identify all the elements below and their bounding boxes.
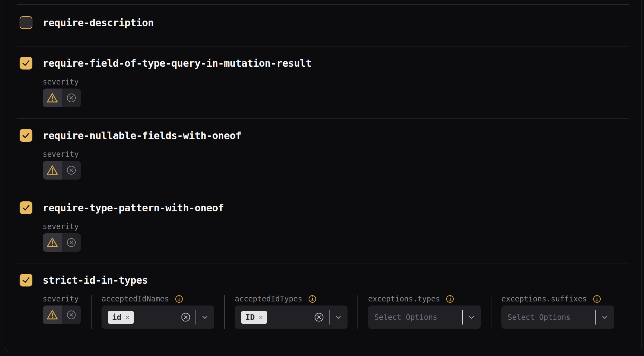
selected-tag-chip: ID✕ (241, 311, 267, 324)
severity-ignore-button[interactable] (62, 233, 81, 252)
chevron-down-icon (201, 314, 209, 321)
field-label: exceptions.suffixes (501, 295, 587, 303)
info-icon-glyph: i (449, 297, 452, 301)
select-separator (595, 310, 596, 325)
rule-checkbox[interactable] (20, 274, 32, 286)
info-icon[interactable]: i (309, 295, 316, 303)
field-group: exceptions.suffixesiSelect Options (501, 295, 614, 329)
rule-checkbox[interactable] (20, 201, 32, 214)
warning-triangle-icon (46, 165, 58, 176)
config-row: severityacceptedIdNamesiid✕acceptedIdTyp… (43, 295, 629, 329)
severity-ignore-button[interactable] (62, 89, 81, 107)
field-label-row: exceptions.typesi (368, 295, 481, 303)
clear-all-icon (314, 312, 324, 322)
multiselect-control[interactable]: ID✕ (235, 305, 348, 329)
rule-title: require-type-pattern-with-oneof (43, 202, 224, 214)
severity-group: severity (43, 295, 81, 324)
dropdown-toggle-button[interactable] (601, 314, 608, 321)
severity-ignore-button[interactable] (62, 161, 81, 180)
severity-toggle (43, 233, 81, 252)
circle-x-icon (66, 93, 76, 103)
info-icon[interactable]: i (593, 295, 601, 303)
multiselect-placeholder: Select Options (374, 313, 437, 322)
warning-triangle-icon (46, 310, 58, 320)
info-icon-glyph: i (178, 297, 180, 301)
clear-all-icon (181, 312, 191, 322)
tag-label: id (112, 313, 121, 321)
rule-row: require-description (17, 4, 629, 46)
row-spacer (17, 0, 629, 4)
severity-toggle (43, 305, 81, 324)
clear-all-button[interactable] (181, 312, 191, 322)
info-icon-glyph: i (595, 297, 598, 301)
circle-x-icon (66, 310, 76, 320)
rules-list: require-descriptionrequire-field-of-type… (5, 0, 641, 351)
severity-warning-button[interactable] (43, 89, 62, 107)
rule-checkbox[interactable] (20, 129, 32, 142)
rule-checkbox[interactable] (20, 16, 32, 29)
severity-group: severity (43, 78, 81, 107)
chevron-down-icon (334, 314, 342, 321)
severity-warning-button[interactable] (43, 233, 62, 252)
severity-toggle (43, 89, 81, 107)
select-separator (329, 310, 329, 325)
severity-label: severity (43, 295, 79, 303)
rule-title: require-nullable-fields-with-oneof (43, 130, 241, 142)
severity-label: severity (43, 223, 79, 231)
rule-header: require-type-pattern-with-oneof (20, 201, 629, 214)
severity-label: severity (43, 78, 79, 86)
group-divider (224, 295, 225, 329)
dropdown-toggle-button[interactable] (334, 314, 342, 321)
field-label: acceptedIdNames (102, 295, 169, 303)
warning-triangle-icon (46, 93, 58, 103)
info-icon[interactable]: i (175, 295, 183, 303)
group-divider (491, 295, 491, 329)
config-row: severity (43, 223, 629, 252)
field-label-row: acceptedIdTypesi (235, 295, 348, 303)
select-separator (462, 310, 463, 325)
severity-toggle (43, 161, 81, 180)
field-label: exceptions.types (368, 295, 440, 303)
tag-remove-icon[interactable]: ✕ (125, 314, 130, 321)
field-group: acceptedIdNamesiid✕ (102, 295, 214, 329)
rule-config: severity (43, 150, 629, 180)
dropdown-toggle-button[interactable] (201, 314, 209, 321)
multiselect-placeholder: Select Options (508, 313, 571, 322)
tag-remove-icon[interactable]: ✕ (259, 314, 263, 321)
chevron-down-icon (468, 314, 475, 321)
info-icon-glyph: i (311, 297, 314, 301)
rule-header: require-nullable-fields-with-oneof (20, 129, 629, 142)
rule-checkbox[interactable] (20, 57, 32, 70)
multiselect-control[interactable]: Select Options (368, 305, 481, 329)
severity-label-row: severity (43, 223, 81, 231)
rule-row: require-field-of-type-query-in-mutation-… (17, 46, 629, 118)
info-icon[interactable]: i (446, 295, 454, 303)
checkmark-icon (22, 132, 30, 139)
warning-triangle-icon (46, 237, 58, 248)
severity-ignore-button[interactable] (62, 305, 81, 324)
tag-label: ID (245, 313, 255, 321)
dropdown-toggle-button[interactable] (468, 314, 475, 321)
checkmark-icon (22, 60, 30, 66)
severity-group: severity (43, 150, 81, 180)
severity-group: severity (43, 223, 81, 252)
severity-label: severity (43, 150, 79, 158)
checkmark-icon (22, 204, 30, 211)
rule-config: severity (43, 78, 629, 107)
severity-warning-button[interactable] (43, 161, 62, 180)
severity-warning-button[interactable] (43, 305, 62, 324)
rule-title: require-field-of-type-query-in-mutation-… (43, 57, 311, 69)
severity-label-row: severity (43, 150, 81, 158)
rule-title: require-description (43, 17, 154, 29)
group-divider (91, 295, 92, 329)
rule-header: require-description (20, 16, 629, 29)
field-group: exceptions.typesiSelect Options (368, 295, 481, 329)
multiselect-control[interactable]: id✕ (102, 305, 214, 329)
severity-label-row: severity (43, 295, 81, 303)
clear-all-button[interactable] (314, 312, 324, 322)
checkmark-icon (22, 277, 30, 283)
field-group: acceptedIdTypesiID✕ (235, 295, 348, 329)
circle-x-icon (66, 165, 76, 175)
group-divider (358, 295, 358, 329)
multiselect-control[interactable]: Select Options (501, 305, 614, 329)
